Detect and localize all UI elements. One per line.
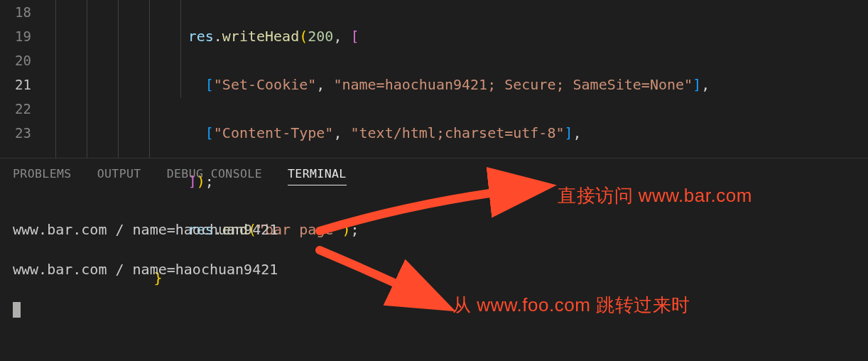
line-number-gutter: 18 19 20 21 22 23: [0, 0, 44, 158]
line-number: 20: [0, 48, 31, 72]
terminal-line: www.bar.com / name=haochuan9421: [13, 220, 855, 239]
code-line: res.writeHead(200, [: [51, 24, 710, 48]
line-number: 22: [0, 97, 31, 121]
code-editor[interactable]: 18 19 20 21 22 23 res.writeHead(200, [ […: [0, 0, 868, 158]
code-area[interactable]: res.writeHead(200, [ ["Set-Cookie", "nam…: [44, 0, 710, 158]
line-number-current: 21: [0, 72, 31, 97]
terminal-line: www.bar.com / name=haochuan9421: [13, 259, 855, 279]
terminal-cursor: [13, 302, 21, 318]
line-number: 23: [0, 121, 31, 145]
line-number: 18: [0, 0, 31, 24]
line-number: 19: [0, 24, 31, 48]
code-line: ["Content-Type", "text/html;charset=utf-…: [51, 121, 710, 145]
terminal-output[interactable]: www.bar.com / name=haochuan9421 www.bar.…: [0, 190, 868, 339]
code-line: ["Set-Cookie", "name=haochuan9421; Secur…: [51, 72, 710, 97]
